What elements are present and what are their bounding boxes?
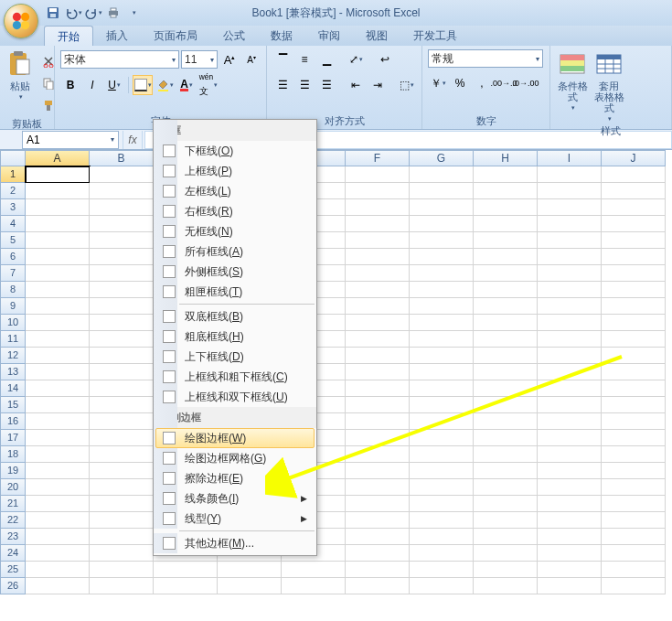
cell[interactable] xyxy=(410,183,474,199)
cell[interactable] xyxy=(538,463,602,479)
cell[interactable] xyxy=(602,199,666,216)
cell[interactable] xyxy=(474,232,538,249)
cell[interactable] xyxy=(26,496,90,512)
cell[interactable] xyxy=(602,166,666,183)
tab-2[interactable]: 页面布局 xyxy=(141,26,210,46)
cell[interactable] xyxy=(602,463,666,479)
cell[interactable] xyxy=(346,282,410,298)
percent-button[interactable]: % xyxy=(450,73,470,93)
cell[interactable] xyxy=(602,430,666,446)
row-header[interactable]: 5 xyxy=(0,232,26,249)
cell[interactable] xyxy=(346,529,410,545)
cell[interactable] xyxy=(538,479,602,496)
cell[interactable] xyxy=(602,512,666,529)
cell[interactable] xyxy=(90,413,154,430)
cell[interactable] xyxy=(602,479,666,496)
cell[interactable] xyxy=(90,496,154,512)
cell[interactable] xyxy=(538,397,602,413)
cell[interactable] xyxy=(410,265,474,282)
conditional-format-button[interactable]: 条件格式▾ xyxy=(554,48,591,113)
cell[interactable] xyxy=(346,430,410,446)
fx-button[interactable]: fx xyxy=(123,131,143,149)
column-header[interactable]: J xyxy=(602,150,666,166)
cell[interactable] xyxy=(410,430,474,446)
menu-item[interactable]: 上框线和双下框线(U) xyxy=(155,387,315,407)
row-header[interactable]: 24 xyxy=(0,545,26,562)
menu-item[interactable]: 所有框线(A) xyxy=(155,241,315,262)
cell[interactable] xyxy=(538,446,602,463)
cell[interactable] xyxy=(90,249,154,265)
cell[interactable] xyxy=(26,446,90,463)
cell[interactable] xyxy=(602,282,666,298)
cell[interactable] xyxy=(602,298,666,315)
cell[interactable] xyxy=(410,298,474,315)
cell[interactable] xyxy=(602,413,666,430)
cell[interactable] xyxy=(602,265,666,282)
cell[interactable] xyxy=(474,380,538,397)
wrap-text-button[interactable]: ↩ xyxy=(375,49,395,70)
menu-item[interactable]: 粗匣框线(T) xyxy=(155,282,315,302)
cell[interactable] xyxy=(538,216,602,232)
merge-button[interactable]: ⬚▾ xyxy=(397,75,417,95)
decrease-indent-button[interactable]: ⇤ xyxy=(346,75,366,95)
cell[interactable] xyxy=(346,446,410,463)
row-header[interactable]: 8 xyxy=(0,282,26,298)
cell[interactable] xyxy=(538,282,602,298)
row-header[interactable]: 4 xyxy=(0,216,26,232)
cell[interactable] xyxy=(538,199,602,216)
cell[interactable] xyxy=(410,463,474,479)
cell[interactable] xyxy=(90,282,154,298)
underline-button[interactable]: U▾ xyxy=(104,75,124,95)
cell[interactable] xyxy=(90,545,154,562)
cell[interactable] xyxy=(346,166,410,183)
cell[interactable] xyxy=(90,479,154,496)
menu-item[interactable]: 外侧框线(S) xyxy=(155,262,315,282)
cell[interactable] xyxy=(90,562,154,578)
cell[interactable] xyxy=(538,496,602,512)
cell[interactable] xyxy=(90,199,154,216)
column-header[interactable]: A xyxy=(26,150,90,166)
cell[interactable] xyxy=(26,166,90,183)
name-box[interactable]: A1▾ xyxy=(22,131,119,149)
cell[interactable] xyxy=(474,562,538,578)
align-center-button[interactable]: ☰ xyxy=(294,75,315,95)
menu-item[interactable]: 上框线和粗下框线(C) xyxy=(155,367,315,387)
cell[interactable] xyxy=(474,545,538,562)
cell[interactable] xyxy=(538,545,602,562)
cell[interactable] xyxy=(538,578,602,594)
cell[interactable] xyxy=(602,529,666,545)
cell[interactable] xyxy=(26,216,90,232)
column-header[interactable]: G xyxy=(410,150,474,166)
cell[interactable] xyxy=(410,282,474,298)
cell[interactable] xyxy=(410,446,474,463)
font-size-combo[interactable]: 11▾ xyxy=(181,50,218,69)
cell[interactable] xyxy=(474,282,538,298)
cell[interactable] xyxy=(346,232,410,249)
column-header[interactable]: F xyxy=(346,150,410,166)
row-header[interactable]: 12 xyxy=(0,348,26,364)
cell[interactable] xyxy=(410,364,474,380)
cell[interactable] xyxy=(346,578,410,594)
cell[interactable] xyxy=(346,380,410,397)
cell[interactable] xyxy=(410,529,474,545)
menu-item[interactable]: 左框线(L) xyxy=(155,181,315,201)
shrink-font-button[interactable]: A▾ xyxy=(241,49,261,70)
align-left-button[interactable]: ☰ xyxy=(272,75,293,95)
cell[interactable] xyxy=(474,578,538,594)
qat-print-button[interactable] xyxy=(104,4,123,22)
cell[interactable] xyxy=(26,413,90,430)
tab-4[interactable]: 数据 xyxy=(258,26,305,46)
cell[interactable] xyxy=(346,397,410,413)
cell[interactable] xyxy=(474,216,538,232)
cell[interactable] xyxy=(26,331,90,348)
cell[interactable] xyxy=(26,249,90,265)
redo-button[interactable]: ▾ xyxy=(84,4,102,22)
align-right-button[interactable]: ☰ xyxy=(316,75,336,95)
column-header[interactable]: H xyxy=(474,150,538,166)
cell[interactable] xyxy=(538,166,602,183)
cell[interactable] xyxy=(218,562,282,578)
cell[interactable] xyxy=(90,512,154,529)
menu-item[interactable]: 粗底框线(H) xyxy=(155,327,315,347)
cell[interactable] xyxy=(410,166,474,183)
cell[interactable] xyxy=(410,397,474,413)
